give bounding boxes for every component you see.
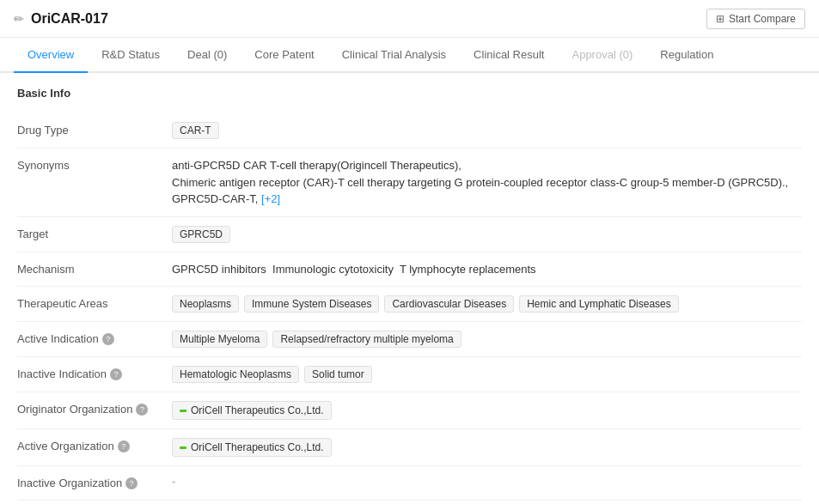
main-content: Basic Info Drug Type CAR-T Synonyms anti… — [0, 73, 819, 504]
tag-solid-tumor: Solid tumor — [304, 366, 372, 383]
originator-org-row: Originator Organization ? OriCell Therap… — [17, 392, 802, 429]
active-indication-row: Active Indication ? Multiple Myeloma Rel… — [17, 322, 802, 357]
tag-neoplasms: Neoplasms — [172, 295, 239, 313]
inactive-org-help-icon[interactable]: ? — [125, 477, 138, 489]
synonyms-row: Synonyms anti-GPCR5D CAR T-cell therapy(… — [17, 149, 802, 217]
active-org-row: Active Organization ? OriCell Therapeuti… — [17, 429, 802, 466]
section-title: Basic Info — [17, 87, 802, 100]
originator-org-help-icon[interactable]: ? — [136, 404, 148, 416]
active-indication-label: Active Indication ? — [17, 331, 172, 345]
therapeutic-areas-row: Therapeutic Areas Neoplasms Immune Syste… — [17, 287, 802, 322]
org-dot-originator — [180, 410, 186, 412]
tab-core-patent[interactable]: Core Patent — [241, 38, 327, 73]
synonyms-label: Synonyms — [17, 157, 172, 172]
active-indication-help-icon[interactable]: ? — [102, 333, 114, 345]
therapeutic-areas-label: Therapeutic Areas — [17, 295, 172, 310]
originator-org-name: OriCell Therapeutics Co.,Ltd. — [191, 404, 324, 416]
active-org-help-icon[interactable]: ? — [118, 440, 130, 452]
therapeutic-areas-value: Neoplasms Immune System Diseases Cardiov… — [172, 295, 802, 313]
originator-org-label: Originator Organization ? — [17, 401, 172, 416]
org-tag-originator[interactable]: OriCell Therapeutics Co.,Ltd. — [172, 401, 332, 420]
tag-relapsed-myeloma: Relapsed/refractory multiple myeloma — [272, 331, 461, 348]
mechanism-row: Mechanism GPRC5D inhibitors Immunologic … — [17, 252, 802, 288]
org-dot-active — [180, 446, 186, 449]
tab-regulation[interactable]: Regulation — [646, 38, 727, 73]
inactive-indication-label: Inactive Indication ? — [17, 366, 172, 380]
navigation-tabs: Overview R&D Status Deal (0) Core Patent… — [0, 38, 819, 73]
active-org-label: Active Organization ? — [17, 438, 172, 452]
edit-icon: ✏ — [14, 12, 24, 26]
tag-cardiovascular: Cardiovascular Diseases — [384, 295, 514, 313]
target-value: GPRC5D — [172, 226, 802, 243]
originator-org-value: OriCell Therapeutics Co.,Ltd. — [172, 401, 802, 420]
synonyms-value: anti-GPCR5D CAR T-cell therapy(Origincel… — [172, 157, 802, 208]
mechanism-text: GPRC5D inhibitors Immunologic cytotoxici… — [172, 261, 536, 278]
tag-car-t: CAR-T — [172, 122, 219, 139]
start-compare-button[interactable]: ⊞ Start Compare — [706, 9, 805, 29]
tag-gprc5d: GPRC5D — [172, 226, 230, 243]
mechanism-value: GPRC5D inhibitors Immunologic cytotoxici… — [172, 261, 802, 278]
tab-overview[interactable]: Overview — [14, 38, 88, 73]
inactive-org-row: Inactive Organization ? - — [17, 466, 802, 501]
target-row: Target GPRC5D — [17, 217, 802, 252]
tag-immune: Immune System Diseases — [244, 295, 379, 313]
mechanism-label: Mechanism — [17, 261, 172, 276]
inactive-indication-help-icon[interactable]: ? — [110, 368, 122, 380]
page-title: OriCAR-017 — [31, 11, 108, 27]
synonyms-more[interactable]: [+2] — [261, 192, 280, 205]
inactive-indication-value: Hematologic Neoplasms Solid tumor — [172, 366, 802, 383]
tab-clinical-result[interactable]: Clinical Result — [460, 38, 558, 73]
drug-type-row: Drug Type CAR-T — [17, 113, 802, 149]
inactive-org-label: Inactive Organization ? — [17, 475, 172, 489]
org-tag-active[interactable]: OriCell Therapeutics Co.,Ltd. — [172, 438, 332, 457]
tag-hemic: Hemic and Lymphatic Diseases — [519, 295, 679, 313]
tab-rd-status[interactable]: R&D Status — [88, 38, 174, 73]
app-header: ✏ OriCAR-017 ⊞ Start Compare — [0, 0, 819, 38]
compare-btn-label: Start Compare — [729, 13, 796, 25]
active-org-value: OriCell Therapeutics Co.,Ltd. — [172, 438, 802, 457]
inactive-org-value: - — [172, 475, 802, 488]
tag-hematologic: Hematologic Neoplasms — [172, 366, 299, 383]
synonyms-line1: anti-GPCR5D CAR T-cell therapy(Origincel… — [172, 159, 461, 172]
drug-type-value: CAR-T — [172, 122, 802, 139]
inactive-org-dash: - — [172, 475, 175, 488]
compare-icon: ⊞ — [716, 13, 724, 25]
active-org-name: OriCell Therapeutics Co.,Ltd. — [191, 441, 324, 453]
drug-type-label: Drug Type — [17, 122, 172, 137]
target-label: Target — [17, 226, 172, 240]
inactive-indication-row: Inactive Indication ? Hematologic Neopla… — [17, 357, 802, 392]
active-indication-value: Multiple Myeloma Relapsed/refractory mul… — [172, 331, 802, 348]
drug-highest-phase-row: Drug Highest Phase ? Phase 1/2 — [17, 501, 802, 504]
tab-deal[interactable]: Deal (0) — [174, 38, 241, 73]
header-left: ✏ OriCAR-017 — [14, 11, 108, 27]
tag-multiple-myeloma: Multiple Myeloma — [172, 331, 267, 348]
tab-approval: Approval (0) — [558, 38, 646, 73]
tab-clinical-trial[interactable]: Clinical Trial Analysis — [328, 38, 460, 73]
